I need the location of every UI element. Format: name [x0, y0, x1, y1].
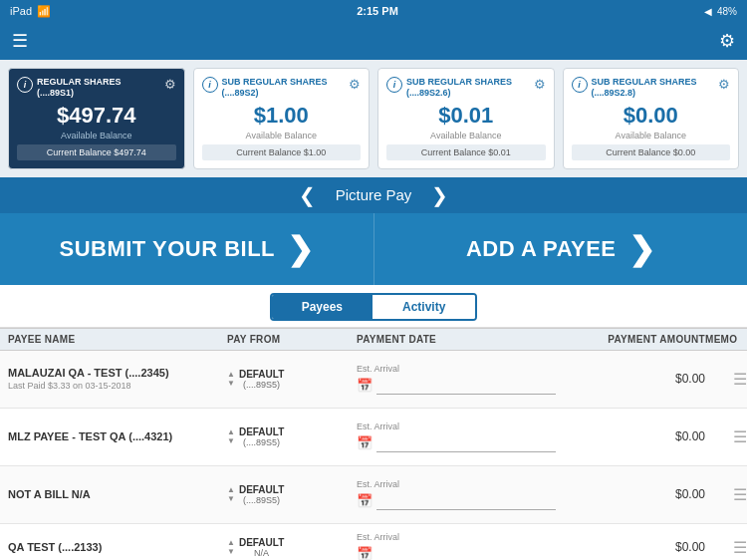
current-balance-sub3: Current Balance $0.00 [572, 144, 731, 160]
picture-pay-label: Picture Pay [336, 186, 412, 203]
pay-from-cell-0: ▲▼ DEFAULT (....89S5) [227, 369, 357, 390]
payment-date-cell-1: Est. Arrival 📅 [357, 421, 556, 452]
payee-name-3: QA TEST (....2133) [8, 541, 227, 553]
payment-date-cell-0: Est. Arrival 📅 [357, 364, 556, 395]
est-arrival-label-2: Est. Arrival [357, 479, 556, 489]
memo-icon-0[interactable]: ☰ [733, 370, 747, 389]
settings-icon[interactable]: ⚙ [719, 30, 735, 52]
info-icon-sub3: i [572, 77, 588, 93]
nav-bar: ☰ ⚙ [0, 22, 747, 60]
sort-arrows-3[interactable]: ▲▼ [227, 538, 235, 556]
account-title-sub3: SUB REGULAR SHARES [592, 77, 719, 88]
th-pay-from: PAY FROM [227, 334, 357, 345]
tab-activity[interactable]: Activity [373, 295, 475, 319]
available-label-primary: Available Balance [17, 131, 176, 140]
calendar-icon-2[interactable]: 📅 [357, 493, 373, 508]
picture-pay-next[interactable]: ❯ [431, 183, 448, 207]
gear-icon-sub1[interactable]: ⚙ [349, 77, 361, 92]
account-title-sub2: SUB REGULAR SHARES [406, 77, 534, 88]
account-number-sub2: (....89S2.6) [406, 88, 534, 99]
payee-name-cell-2: NOT A BILL N/A [8, 488, 227, 500]
available-label-sub2: Available Balance [386, 131, 546, 140]
date-input-3[interactable] [376, 545, 556, 560]
calendar-icon-0[interactable]: 📅 [357, 378, 373, 393]
account-number-sub1: (....89S2) [222, 88, 350, 99]
memo-cell-3: ☰ [705, 538, 747, 557]
calendar-icon-3[interactable]: 📅 [357, 546, 373, 560]
accounts-section: i REGULAR SHARES (....89S1) ⚙ $497.74 Av… [0, 60, 747, 177]
memo-icon-1[interactable]: ☰ [733, 427, 747, 446]
payee-name-2: NOT A BILL N/A [8, 488, 227, 500]
pay-from-value-3: DEFAULT [239, 537, 284, 548]
add-payee-label: ADD A PAYEE [466, 236, 617, 262]
picture-pay-prev[interactable]: ❮ [299, 183, 316, 207]
tabs-section: Payees Activity [0, 285, 747, 328]
amount-cell-1: $0.00 [556, 429, 705, 443]
submit-bill-label: SUBMIT YOUR BILL [59, 236, 275, 262]
amount-value-1: $0.00 [675, 429, 705, 443]
amount-value-3: $0.00 [675, 540, 705, 554]
gear-icon-sub3[interactable]: ⚙ [718, 77, 730, 92]
payee-name-cell-3: QA TEST (....2133) [8, 541, 227, 553]
memo-icon-3[interactable]: ☰ [733, 538, 747, 557]
current-balance-sub2: Current Balance $0.01 [386, 144, 546, 160]
account-card-primary: i REGULAR SHARES (....89S1) ⚙ $497.74 Av… [8, 68, 185, 169]
payee-name-1: MLZ PAYEE - TEST QA (....4321) [8, 430, 227, 442]
amount-value-2: $0.00 [675, 487, 705, 501]
est-arrival-label-1: Est. Arrival [357, 421, 556, 431]
submit-bill-arrow-icon: ❯ [287, 230, 314, 268]
th-payee-name: PAYEE NAME [8, 334, 227, 345]
gear-icon-sub2[interactable]: ⚙ [534, 77, 546, 92]
memo-cell-1: ☰ [705, 427, 747, 446]
account-card-sub1: i SUB REGULAR SHARES (....89S2) ⚙ $1.00 … [193, 68, 371, 169]
status-right: ◀ 48% [704, 6, 737, 17]
account-title-primary: REGULAR SHARES [37, 77, 164, 88]
payment-date-cell-3: Est. Arrival 📅 [357, 532, 556, 560]
table-row: QA TEST (....2133) ▲▼ DEFAULT N/A Est. A… [0, 524, 747, 560]
date-input-0[interactable] [376, 377, 556, 395]
add-payee-arrow-icon: ❯ [628, 230, 655, 268]
ipad-label: iPad [10, 5, 32, 17]
picture-pay-banner: ❮ Picture Pay ❯ [0, 177, 747, 213]
available-label-sub1: Available Balance [202, 131, 362, 140]
payee-name-0: MALAUZAI QA - TEST (....2345) [8, 367, 227, 379]
wifi-icon: 📶 [37, 5, 51, 18]
status-time: 2:15 PM [357, 5, 398, 17]
location-icon: ◀ [704, 6, 712, 17]
account-title-sub1: SUB REGULAR SHARES [222, 77, 350, 88]
gear-icon-primary[interactable]: ⚙ [164, 77, 176, 92]
tab-payees[interactable]: Payees [272, 295, 373, 319]
memo-icon-2[interactable]: ☰ [733, 485, 747, 504]
sort-arrows-2[interactable]: ▲▼ [227, 485, 235, 503]
date-input-2[interactable] [376, 492, 556, 510]
amount-cell-2: $0.00 [556, 487, 705, 501]
calendar-icon-1[interactable]: 📅 [357, 435, 373, 450]
menu-icon[interactable]: ☰ [12, 30, 28, 52]
pay-from-cell-1: ▲▼ DEFAULT (....89S5) [227, 426, 357, 447]
amount-cell-3: $0.00 [556, 540, 705, 554]
balance-primary: $497.74 [17, 103, 176, 129]
battery-label: 48% [717, 6, 737, 17]
add-payee-button[interactable]: ADD A PAYEE ❯ [374, 213, 748, 285]
balance-sub3: $0.00 [572, 103, 731, 129]
payee-name-cell-1: MLZ PAYEE - TEST QA (....4321) [8, 430, 227, 442]
payment-date-cell-2: Est. Arrival 📅 [357, 479, 556, 510]
tab-group: Payees Activity [270, 293, 478, 321]
account-card-sub3: i SUB REGULAR SHARES (....89S2.8) ⚙ $0.0… [563, 68, 740, 169]
pay-from-cell-3: ▲▼ DEFAULT N/A [227, 537, 357, 558]
pay-from-value-2: DEFAULT [239, 484, 284, 495]
table-row: MALAUZAI QA - TEST (....2345) Last Paid … [0, 351, 747, 409]
sort-arrows-1[interactable]: ▲▼ [227, 427, 235, 445]
info-icon-sub1: i [202, 77, 218, 93]
sort-arrows-0[interactable]: ▲▼ [227, 370, 235, 388]
date-input-1[interactable] [376, 434, 556, 452]
th-payment-date: PAYMENT DATE [357, 334, 556, 345]
payee-name-cell-0: MALAUZAI QA - TEST (....2345) Last Paid … [8, 367, 227, 391]
submit-bill-button[interactable]: SUBMIT YOUR BILL ❯ [0, 213, 374, 285]
pay-from-sub-0: (....89S5) [239, 380, 284, 390]
info-icon-sub2: i [386, 77, 402, 93]
table-row: NOT A BILL N/A ▲▼ DEFAULT (....89S5) Est… [0, 466, 747, 524]
status-bar: iPad 📶 2:15 PM ◀ 48% [0, 0, 747, 22]
th-memo: MEMO [705, 334, 747, 345]
table-header: PAYEE NAME PAY FROM PAYMENT DATE PAYMENT… [0, 328, 747, 351]
